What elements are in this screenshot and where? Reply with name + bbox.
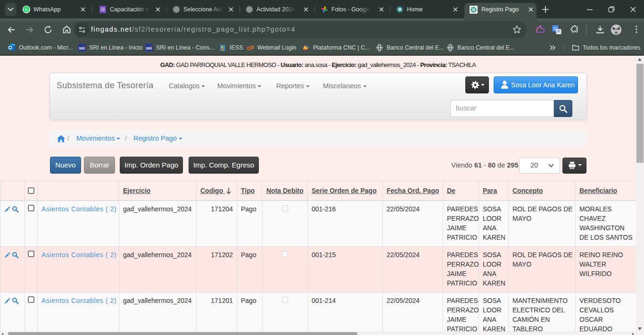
svg-text:SRI: SRI bbox=[146, 46, 152, 50]
svg-text:cP: cP bbox=[247, 45, 254, 51]
svg-text:SRI: SRI bbox=[79, 46, 85, 50]
